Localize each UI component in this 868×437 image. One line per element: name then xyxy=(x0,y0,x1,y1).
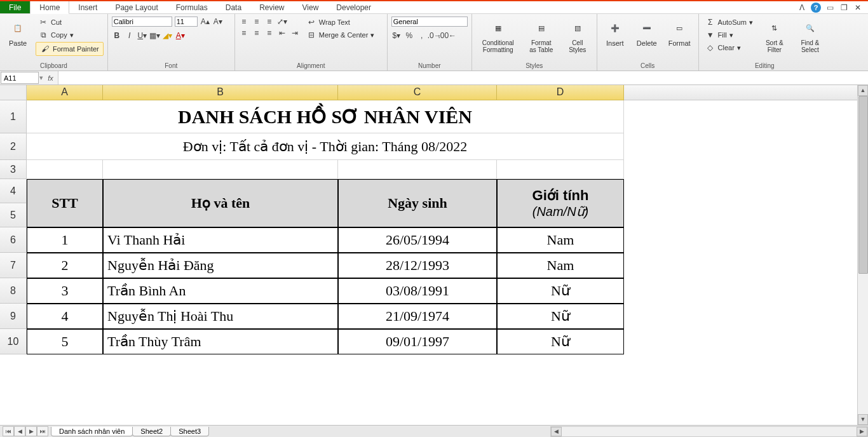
name-box[interactable] xyxy=(1,72,39,84)
fill-color-icon[interactable]: ◢▾ xyxy=(163,30,173,41)
cell-gender[interactable]: Nam xyxy=(497,253,624,278)
cell-dob[interactable]: 03/08/1991 xyxy=(338,278,497,304)
cell-dob[interactable]: 21/09/1974 xyxy=(338,304,497,329)
cell-d3[interactable] xyxy=(497,160,624,179)
paste-button[interactable]: 📋 Paste xyxy=(4,17,32,48)
subtitle-cell[interactable]: Đơn vị: Tất cả đơn vị - Thời gian: Tháng… xyxy=(27,133,624,160)
cell-dob[interactable]: 28/12/1993 xyxy=(338,253,497,278)
tab-data[interactable]: Data xyxy=(217,1,250,13)
tab-formulas[interactable]: Formulas xyxy=(167,1,217,13)
bold-icon[interactable]: B xyxy=(112,30,122,41)
find-select-button[interactable]: 🔍Find & Select xyxy=(794,17,827,55)
cell-name[interactable]: Nguyễn Hải Đăng xyxy=(103,253,338,278)
header-name[interactable]: Họ và tên xyxy=(103,179,338,227)
indent-increase-icon[interactable]: ⇥ xyxy=(290,28,300,38)
tab-page-layout[interactable]: Page Layout xyxy=(106,1,166,13)
orientation-icon[interactable]: ⤢▾ xyxy=(277,17,287,27)
cell-styles-button[interactable]: ▧Cell Styles xyxy=(562,17,593,55)
cell-gender[interactable]: Nữ xyxy=(497,304,624,329)
merge-center-button[interactable]: ⊟Merge & Center ▾ xyxy=(304,29,377,41)
cell-a3[interactable] xyxy=(27,160,103,179)
tab-insert[interactable]: Insert xyxy=(69,1,106,13)
cut-button[interactable]: ✂Cut xyxy=(36,17,104,28)
row-header-6[interactable]: 6 xyxy=(0,227,27,253)
row-header-7[interactable]: 7 xyxy=(0,253,27,278)
cell-gender[interactable]: Nam xyxy=(497,227,624,253)
cell-name[interactable]: Trần Bình An xyxy=(103,278,338,304)
cell-stt[interactable]: 2 xyxy=(27,253,103,278)
scroll-down-icon[interactable]: ▼ xyxy=(858,414,868,425)
percent-icon[interactable]: % xyxy=(404,30,414,41)
copy-button[interactable]: ⧉Copy ▾ xyxy=(36,29,104,41)
conditional-formatting-button[interactable]: ▦Conditional Formatting xyxy=(476,17,520,55)
indent-decrease-icon[interactable]: ⇤ xyxy=(277,28,287,38)
align-left-icon[interactable]: ≡ xyxy=(239,28,249,38)
sheet-tab-active[interactable]: Danh sách nhân viên xyxy=(51,427,133,436)
cell-name[interactable]: Trần Thùy Trâm xyxy=(103,329,338,354)
clear-button[interactable]: ◇Clear ▾ xyxy=(703,42,756,53)
formula-input[interactable] xyxy=(58,71,868,84)
number-format-select[interactable] xyxy=(391,17,468,27)
cell-dob[interactable]: 09/01/1997 xyxy=(338,329,497,354)
font-color-icon[interactable]: A▾ xyxy=(175,30,186,41)
sheet-nav-first[interactable]: ⏮ xyxy=(3,426,14,436)
format-as-table-button[interactable]: ▤Format as Table xyxy=(524,17,559,55)
underline-icon[interactable]: U▾ xyxy=(137,30,147,41)
vertical-scrollbar[interactable]: ▲ ▼ xyxy=(857,85,868,425)
decrease-font-icon[interactable]: A▾ xyxy=(213,17,223,27)
col-header-c[interactable]: C xyxy=(338,85,497,100)
tab-view[interactable]: View xyxy=(294,1,328,13)
minimize-ribbon-icon[interactable]: ᐱ xyxy=(797,3,807,13)
tab-review[interactable]: Review xyxy=(250,1,293,13)
select-all-corner[interactable] xyxy=(0,85,27,100)
cells[interactable]: DANH SÁCH HỒ SƠ NHÂN VIÊN Đơn vị: Tất cả… xyxy=(27,100,624,354)
cell-name[interactable]: Vi Thanh Hải xyxy=(103,227,338,253)
tab-developer[interactable]: Developer xyxy=(327,1,380,13)
row-header-8[interactable]: 8 xyxy=(0,278,27,304)
row-header-1[interactable]: 1 xyxy=(0,100,27,133)
col-header-a[interactable]: A xyxy=(27,85,103,100)
row-header-3[interactable]: 3 xyxy=(0,160,27,179)
col-header-d[interactable]: D xyxy=(497,85,624,100)
header-gender[interactable]: Giới tính (Nam/Nữ) xyxy=(497,179,624,227)
row-header-5[interactable]: 5 xyxy=(0,203,27,227)
col-header-blank[interactable] xyxy=(624,85,865,100)
row-header-4[interactable]: 4 xyxy=(0,179,27,203)
sheet-tab-2[interactable]: Sheet2 xyxy=(132,427,171,436)
col-header-b[interactable]: B xyxy=(103,85,338,100)
align-middle-icon[interactable]: ≡ xyxy=(252,17,262,27)
sheet-tab-3[interactable]: Sheet3 xyxy=(170,427,209,436)
decrease-decimal-icon[interactable]: .00← xyxy=(442,30,452,41)
autosum-button[interactable]: ΣAutoSum ▾ xyxy=(703,17,756,28)
row-header-2[interactable]: 2 xyxy=(0,133,27,160)
title-cell[interactable]: DANH SÁCH HỒ SƠ NHÂN VIÊN xyxy=(27,100,624,133)
fx-icon[interactable]: fx xyxy=(43,71,58,84)
align-top-icon[interactable]: ≡ xyxy=(239,17,249,27)
cell-dob[interactable]: 26/05/1994 xyxy=(338,227,497,253)
cell-stt[interactable]: 5 xyxy=(27,329,103,354)
scroll-thumb[interactable] xyxy=(858,96,868,274)
fill-button[interactable]: ▼Fill ▾ xyxy=(703,29,756,41)
align-bottom-icon[interactable]: ≡ xyxy=(264,17,275,27)
file-tab[interactable]: File xyxy=(0,1,30,13)
window-restore-icon[interactable]: ❐ xyxy=(839,3,849,13)
cell-stt[interactable]: 4 xyxy=(27,304,103,329)
insert-cells-button[interactable]: ➕Insert xyxy=(601,17,629,48)
header-dob[interactable]: Ngày sinh xyxy=(338,179,497,227)
align-center-icon[interactable]: ≡ xyxy=(252,28,262,38)
comma-icon[interactable]: , xyxy=(417,30,427,41)
increase-font-icon[interactable]: A▴ xyxy=(200,17,210,27)
window-min-icon[interactable]: ▭ xyxy=(825,3,835,13)
font-name-select[interactable] xyxy=(112,17,172,27)
cell-stt[interactable]: 1 xyxy=(27,227,103,253)
delete-cells-button[interactable]: ➖Delete xyxy=(633,17,661,48)
cell-b3[interactable] xyxy=(103,160,338,179)
tab-home[interactable]: Home xyxy=(30,1,69,14)
wrap-text-button[interactable]: ↩Wrap Text xyxy=(304,17,377,28)
sort-filter-button[interactable]: ⇅Sort & Filter xyxy=(759,17,790,55)
currency-icon[interactable]: $▾ xyxy=(391,30,402,41)
format-cells-button[interactable]: ▭Format xyxy=(665,17,695,48)
cell-gender[interactable]: Nữ xyxy=(497,278,624,304)
help-icon[interactable]: ? xyxy=(811,3,821,13)
cell-c3[interactable] xyxy=(338,160,497,179)
